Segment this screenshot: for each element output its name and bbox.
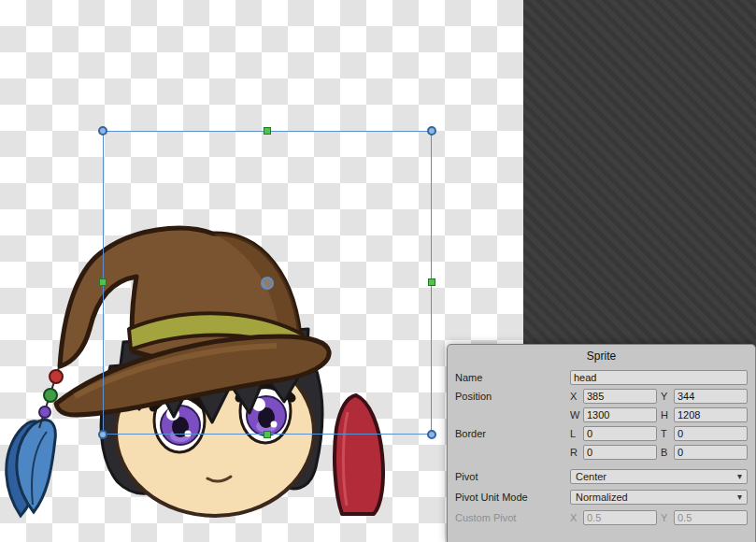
selection-handle-right-mid[interactable] [428, 278, 435, 286]
position-x-input[interactable] [587, 391, 653, 402]
selection-handle-bottom-left[interactable] [98, 430, 107, 439]
custom-pivot-label: Custom Pivot [455, 512, 570, 523]
position-row-xy: Position X Y [455, 389, 748, 404]
border-t-field[interactable] [674, 426, 748, 441]
selection-handle-bottom-right[interactable] [427, 430, 436, 439]
position-y-prefix: Y [661, 391, 671, 402]
name-label: Name [455, 372, 570, 383]
position-h-prefix: H [661, 409, 671, 421]
border-l-field[interactable] [583, 426, 657, 441]
border-label: Border [455, 428, 570, 439]
chevron-down-icon: ▾ [737, 472, 742, 481]
border-r-prefix: R [570, 447, 580, 458]
position-x-prefix: X [570, 391, 580, 402]
custom-pivot-x-input [587, 512, 653, 523]
custom-pivot-y-field [674, 510, 748, 525]
border-row-rb: R B [455, 445, 748, 460]
pivot-label: Pivot [455, 471, 570, 482]
position-label: Position [455, 391, 570, 402]
position-y-field[interactable] [674, 389, 748, 404]
position-w-field[interactable] [583, 407, 657, 422]
border-l-prefix: L [570, 428, 580, 439]
selection-handle-top-right[interactable] [427, 126, 436, 136]
selection-handle-top-mid[interactable] [264, 127, 271, 135]
custom-pivot-x-field [583, 510, 657, 525]
custom-pivot-x-prefix: X [570, 512, 580, 523]
selection-handle-left-mid[interactable] [99, 278, 107, 286]
custom-pivot-y-input [678, 512, 744, 523]
pivot-dropdown-value: Center [576, 471, 606, 482]
position-h-input[interactable] [678, 409, 744, 421]
position-y-input[interactable] [678, 391, 744, 402]
name-row: Name [455, 370, 748, 385]
pivot-unit-mode-value: Normalized [576, 492, 628, 503]
border-r-field[interactable] [583, 445, 657, 460]
pivot-unit-mode-dropdown[interactable]: Normalized ▾ [570, 490, 748, 505]
border-b-field[interactable] [674, 445, 748, 460]
border-b-prefix: B [661, 447, 671, 458]
panel-title: Sprite [448, 345, 755, 366]
pivot-unit-mode-label: Pivot Unit Mode [455, 492, 570, 503]
custom-pivot-row: Custom Pivot X Y [455, 510, 748, 525]
name-field[interactable] [570, 370, 748, 385]
custom-pivot-y-prefix: Y [661, 512, 671, 523]
position-w-input[interactable] [587, 409, 653, 421]
selection-handle-bottom-mid[interactable] [264, 431, 271, 438]
selection-handle-top-left[interactable] [98, 126, 107, 136]
border-l-input[interactable] [587, 428, 653, 439]
border-t-prefix: T [661, 428, 671, 439]
sprite-pivot-handle[interactable] [261, 277, 274, 290]
pivot-row: Pivot Center ▾ [455, 469, 748, 484]
chevron-down-icon: ▾ [737, 492, 742, 502]
border-b-input[interactable] [678, 447, 744, 458]
border-row-lt: Border L T [455, 426, 748, 441]
border-t-input[interactable] [678, 428, 744, 439]
pivot-unit-mode-row: Pivot Unit Mode Normalized ▾ [455, 490, 748, 505]
name-input[interactable] [574, 372, 744, 383]
border-r-input[interactable] [587, 447, 653, 458]
pivot-dropdown[interactable]: Center ▾ [570, 469, 748, 484]
position-h-field[interactable] [674, 407, 748, 422]
position-w-prefix: W [570, 409, 580, 421]
position-x-field[interactable] [583, 389, 657, 404]
sprite-inspector-panel: Sprite Name Position X [447, 344, 756, 542]
position-row-wh: W H [455, 407, 748, 422]
unity-sprite-editor: Sprite Name Position X [0, 0, 756, 542]
